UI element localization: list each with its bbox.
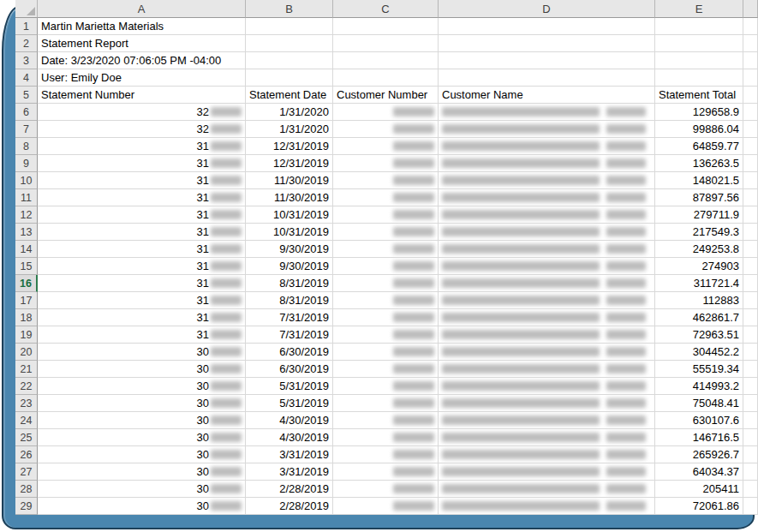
cell-statement-total[interactable]: 304452.2 <box>655 344 743 361</box>
cell-statement-number[interactable]: 30 <box>38 361 246 378</box>
cell-empty[interactable] <box>743 155 758 172</box>
cell-table-header[interactable]: Customer Number <box>333 87 439 104</box>
cell-empty[interactable] <box>743 69 758 87</box>
cell-statement-total[interactable]: 414993.2 <box>655 378 743 395</box>
cell-customer-name[interactable] <box>439 344 655 361</box>
column-header-C[interactable]: C <box>333 0 439 18</box>
cell-empty[interactable] <box>246 18 333 35</box>
cell-customer-name[interactable] <box>439 104 655 121</box>
cell-statement-date[interactable]: 3/31/2019 <box>246 463 333 481</box>
cell-empty[interactable] <box>439 35 655 52</box>
cell-statement-date[interactable]: 7/31/2019 <box>246 326 333 344</box>
cell-empty[interactable] <box>743 481 758 498</box>
cell-statement-number[interactable]: 32 <box>38 104 246 121</box>
cell-customer-name[interactable] <box>439 189 655 206</box>
cell-statement-total[interactable]: 99886.04 <box>655 121 743 138</box>
cell-statement-number[interactable]: 31 <box>38 275 246 292</box>
cell-statement-total[interactable]: 64859.77 <box>655 138 743 155</box>
cell-statement-total[interactable]: 112883 <box>655 292 743 309</box>
cell-statement-date[interactable]: 12/31/2019 <box>246 138 333 155</box>
cell-empty[interactable] <box>743 309 758 326</box>
cell-empty[interactable] <box>655 52 743 69</box>
cell-statement-total[interactable]: 136263.5 <box>655 155 743 172</box>
column-header-E[interactable]: E <box>655 0 743 18</box>
cell-empty[interactable] <box>743 18 758 35</box>
cell-customer-name[interactable] <box>439 121 655 138</box>
column-header-B[interactable]: B <box>246 0 333 18</box>
cell-statement-number[interactable]: 30 <box>38 378 246 395</box>
cell-statement-total[interactable]: 72963.51 <box>655 326 743 344</box>
cell-statement-date[interactable]: 1/31/2020 <box>246 104 333 121</box>
cell-customer-number[interactable] <box>333 326 439 344</box>
cell-statement-number[interactable]: 31 <box>38 309 246 326</box>
cell-empty[interactable] <box>439 69 655 87</box>
cell-statement-number[interactable]: 31 <box>38 206 246 224</box>
cell-empty[interactable] <box>743 361 758 378</box>
row-header-17[interactable]: 17 <box>15 292 38 309</box>
cell-customer-number[interactable] <box>333 104 439 121</box>
cell-empty[interactable] <box>246 69 333 87</box>
cell-customer-number[interactable] <box>333 429 439 446</box>
cell-title-row[interactable]: Martin Marietta Materials <box>38 18 246 35</box>
cell-customer-number[interactable] <box>333 463 439 481</box>
cell-statement-date[interactable]: 6/30/2019 <box>246 344 333 361</box>
cell-statement-total[interactable]: 462861.7 <box>655 309 743 326</box>
cell-table-header[interactable]: Customer Name <box>439 87 655 104</box>
cell-customer-name[interactable] <box>439 292 655 309</box>
cell-customer-number[interactable] <box>333 258 439 275</box>
cell-customer-name[interactable] <box>439 429 655 446</box>
cell-customer-name[interactable] <box>439 446 655 463</box>
cell-statement-date[interactable]: 8/31/2019 <box>246 292 333 309</box>
row-header-9[interactable]: 9 <box>15 155 38 172</box>
cell-empty[interactable] <box>743 292 758 309</box>
cell-statement-number[interactable]: 31 <box>38 241 246 258</box>
cell-statement-total[interactable]: 148021.5 <box>655 172 743 189</box>
row-header-5[interactable]: 5 <box>15 87 38 104</box>
cell-customer-number[interactable] <box>333 309 439 326</box>
cell-customer-number[interactable] <box>333 395 439 412</box>
cell-empty[interactable] <box>655 69 743 87</box>
cell-empty[interactable] <box>743 121 758 138</box>
cell-customer-name[interactable] <box>439 309 655 326</box>
cell-customer-number[interactable] <box>333 224 439 241</box>
cell-customer-name[interactable] <box>439 326 655 344</box>
cell-statement-date[interactable]: 9/30/2019 <box>246 258 333 275</box>
cell-statement-number[interactable]: 32 <box>38 121 246 138</box>
cell-empty[interactable] <box>743 52 758 69</box>
cell-customer-number[interactable] <box>333 498 439 515</box>
cell-empty[interactable] <box>743 189 758 206</box>
row-header-16[interactable]: 16 <box>15 275 38 292</box>
cell-empty[interactable] <box>333 35 439 52</box>
cell-empty[interactable] <box>743 138 758 155</box>
cell-empty[interactable] <box>743 446 758 463</box>
cell-statement-number[interactable]: 30 <box>38 498 246 515</box>
cell-empty[interactable] <box>743 498 758 515</box>
row-header-28[interactable]: 28 <box>15 481 38 498</box>
cell-customer-number[interactable] <box>333 446 439 463</box>
cell-empty[interactable] <box>333 69 439 87</box>
cell-customer-name[interactable] <box>439 498 655 515</box>
cell-customer-name[interactable] <box>439 241 655 258</box>
cell-empty[interactable] <box>655 35 743 52</box>
cell-title-row[interactable]: User: Emily Doe <box>38 69 246 87</box>
cell-statement-number[interactable]: 30 <box>38 481 246 498</box>
cell-statement-total[interactable]: 55519.34 <box>655 361 743 378</box>
column-header-partial[interactable] <box>743 0 758 18</box>
cell-empty[interactable] <box>743 326 758 344</box>
cell-empty[interactable] <box>743 241 758 258</box>
cell-customer-number[interactable] <box>333 412 439 429</box>
cell-empty[interactable] <box>743 206 758 224</box>
cell-statement-date[interactable]: 5/31/2019 <box>246 395 333 412</box>
cell-statement-date[interactable]: 5/31/2019 <box>246 378 333 395</box>
cell-statement-date[interactable]: 6/30/2019 <box>246 361 333 378</box>
cell-customer-number[interactable] <box>333 155 439 172</box>
cell-statement-number[interactable]: 30 <box>38 463 246 481</box>
cell-statement-date[interactable]: 11/30/2019 <box>246 172 333 189</box>
cell-statement-number[interactable]: 30 <box>38 446 246 463</box>
cell-statement-number[interactable]: 30 <box>38 395 246 412</box>
cell-customer-name[interactable] <box>439 378 655 395</box>
cell-statement-date[interactable]: 10/31/2019 <box>246 224 333 241</box>
cell-empty[interactable] <box>743 395 758 412</box>
cell-statement-number[interactable]: 31 <box>38 258 246 275</box>
row-header-15[interactable]: 15 <box>15 258 38 275</box>
